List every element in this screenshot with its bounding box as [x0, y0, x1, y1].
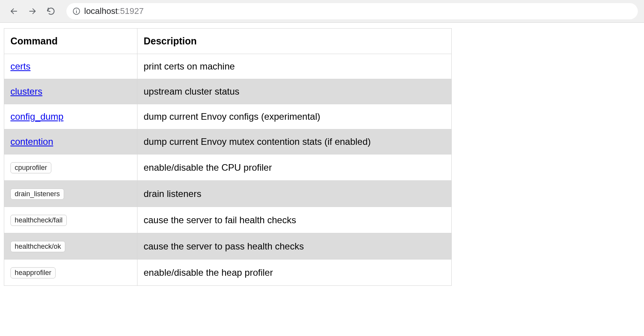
- table-header-row: Command Description: [4, 29, 452, 54]
- description-cell: cause the server to pass health checks: [137, 233, 452, 260]
- command-cell: cpuprofiler: [4, 154, 137, 181]
- description-cell: drain listeners: [137, 181, 452, 207]
- arrow-left-icon: [10, 7, 18, 15]
- table-row: drain_listenersdrain listeners: [4, 181, 452, 207]
- url-text: localhost:51927: [84, 6, 144, 16]
- table-row: heapprofilerenable/disable the heap prof…: [4, 260, 452, 286]
- arrow-right-icon: [28, 7, 37, 15]
- table-row: config_dumpdump current Envoy configs (e…: [4, 104, 452, 129]
- command-cell: healthcheck/ok: [4, 233, 137, 260]
- description-cell: dump current Envoy mutex contention stat…: [137, 129, 452, 154]
- browser-toolbar: localhost:51927: [0, 0, 644, 23]
- commands-table: Command Description certsprint certs on …: [4, 28, 452, 286]
- table-row: healthcheck/failcause the server to fail…: [4, 207, 452, 233]
- command-button[interactable]: healthcheck/ok: [10, 241, 65, 252]
- command-link[interactable]: certs: [10, 61, 31, 71]
- reload-icon: [47, 7, 55, 15]
- table-row: certsprint certs on machine: [4, 54, 452, 79]
- command-button[interactable]: healthcheck/fail: [10, 215, 67, 226]
- command-button[interactable]: cpuprofiler: [10, 162, 51, 173]
- table-row: healthcheck/okcause the server to pass h…: [4, 233, 452, 260]
- command-cell: clusters: [4, 79, 137, 104]
- url-port: :51927: [118, 6, 144, 16]
- command-cell: certs: [4, 54, 137, 79]
- svg-point-4: [76, 9, 77, 10]
- header-command: Command: [4, 29, 137, 54]
- command-link[interactable]: config_dump: [10, 111, 63, 122]
- description-cell: enable/disable the heap profiler: [137, 260, 452, 286]
- command-cell: heapprofiler: [4, 260, 137, 286]
- command-button[interactable]: drain_listeners: [10, 188, 64, 200]
- command-cell: drain_listeners: [4, 181, 137, 207]
- description-cell: print certs on machine: [137, 54, 452, 79]
- table-row: contentiondump current Envoy mutex conte…: [4, 129, 452, 154]
- command-button[interactable]: heapprofiler: [10, 267, 56, 278]
- description-cell: upstream cluster status: [137, 79, 452, 104]
- back-button[interactable]: [6, 3, 22, 19]
- description-cell: dump current Envoy configs (experimental…: [137, 104, 452, 129]
- page-content: Command Description certsprint certs on …: [0, 23, 644, 291]
- description-cell: enable/disable the CPU profiler: [137, 154, 452, 181]
- command-link[interactable]: contention: [10, 136, 53, 147]
- header-description: Description: [137, 29, 452, 54]
- forward-button[interactable]: [25, 3, 40, 19]
- command-cell: healthcheck/fail: [4, 207, 137, 233]
- table-row: clustersupstream cluster status: [4, 79, 452, 104]
- address-bar[interactable]: localhost:51927: [66, 3, 638, 19]
- command-cell: config_dump: [4, 104, 137, 129]
- site-info-icon: [73, 7, 80, 15]
- description-cell: cause the server to fail health checks: [137, 207, 452, 233]
- table-row: cpuprofilerenable/disable the CPU profil…: [4, 154, 452, 181]
- url-host: localhost: [84, 6, 118, 16]
- reload-button[interactable]: [43, 3, 59, 19]
- command-cell: contention: [4, 129, 137, 154]
- command-link[interactable]: clusters: [10, 86, 42, 97]
